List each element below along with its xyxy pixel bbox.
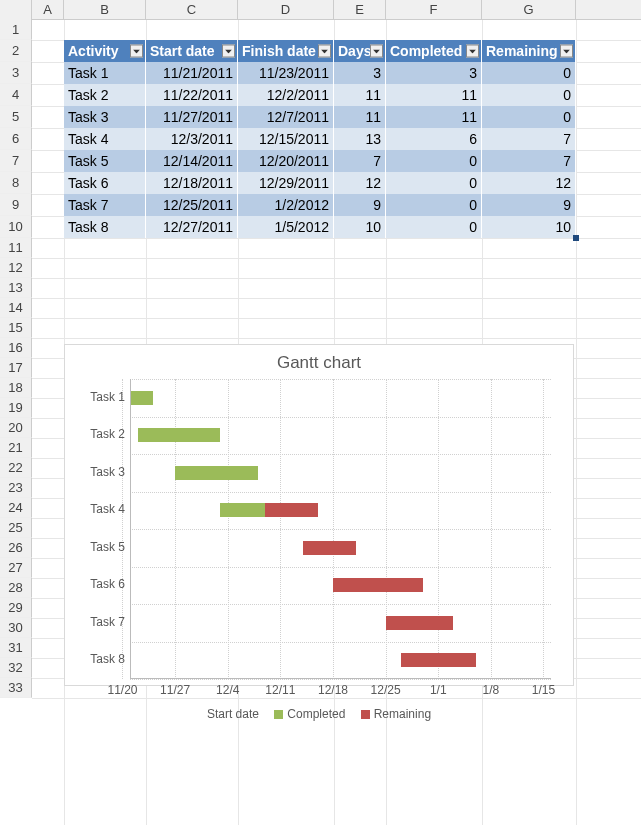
cell[interactable]: Task 6 bbox=[64, 172, 146, 194]
cell[interactable]: 0 bbox=[386, 194, 482, 216]
cell[interactable]: 12/20/2011 bbox=[238, 150, 334, 172]
row-header-17[interactable]: 17 bbox=[0, 358, 32, 378]
filter-dropdown-icon[interactable] bbox=[318, 45, 331, 58]
cell[interactable]: 7 bbox=[482, 128, 576, 150]
cell[interactable]: Task 4 bbox=[64, 128, 146, 150]
row-header-23[interactable]: 23 bbox=[0, 478, 32, 498]
gantt-chart[interactable]: Gantt chart Task 1Task 2Task 3Task 4Task… bbox=[64, 344, 574, 686]
row-header-8[interactable]: 8 bbox=[0, 172, 32, 194]
row-header-5[interactable]: 5 bbox=[0, 106, 32, 128]
cell[interactable]: 11 bbox=[334, 84, 386, 106]
row-header-22[interactable]: 22 bbox=[0, 458, 32, 478]
cell[interactable]: 12/2/2011 bbox=[238, 84, 334, 106]
cell[interactable]: 11/27/2011 bbox=[146, 106, 238, 128]
cell[interactable]: 12/14/2011 bbox=[146, 150, 238, 172]
table-header-finish-date[interactable]: Finish date bbox=[238, 40, 334, 62]
row-header-16[interactable]: 16 bbox=[0, 338, 32, 358]
cell[interactable]: 11/22/2011 bbox=[146, 84, 238, 106]
cell[interactable]: 11/21/2011 bbox=[146, 62, 238, 84]
row-header-14[interactable]: 14 bbox=[0, 298, 32, 318]
row-header-26[interactable]: 26 bbox=[0, 538, 32, 558]
table-header-completed[interactable]: Completed bbox=[386, 40, 482, 62]
row-header-13[interactable]: 13 bbox=[0, 278, 32, 298]
filter-dropdown-icon[interactable] bbox=[560, 45, 573, 58]
row-header-27[interactable]: 27 bbox=[0, 558, 32, 578]
filter-dropdown-icon[interactable] bbox=[466, 45, 479, 58]
row-header-29[interactable]: 29 bbox=[0, 598, 32, 618]
cell[interactable]: 12/15/2011 bbox=[238, 128, 334, 150]
cell[interactable]: 13 bbox=[334, 128, 386, 150]
row-header-4[interactable]: 4 bbox=[0, 84, 32, 106]
row-header-12[interactable]: 12 bbox=[0, 258, 32, 278]
cell[interactable]: Task 2 bbox=[64, 84, 146, 106]
cell[interactable]: 0 bbox=[482, 106, 576, 128]
row-header-32[interactable]: 32 bbox=[0, 658, 32, 678]
fill-handle[interactable] bbox=[573, 235, 579, 241]
row-header-11[interactable]: 11 bbox=[0, 238, 32, 258]
table-header-days[interactable]: Days bbox=[334, 40, 386, 62]
row-header-1[interactable]: 1 bbox=[0, 20, 32, 40]
cell[interactable]: 0 bbox=[386, 216, 482, 238]
cell[interactable]: 3 bbox=[386, 62, 482, 84]
cell[interactable]: Task 7 bbox=[64, 194, 146, 216]
filter-dropdown-icon[interactable] bbox=[130, 45, 143, 58]
cell[interactable]: 11/23/2011 bbox=[238, 62, 334, 84]
row-header-21[interactable]: 21 bbox=[0, 438, 32, 458]
row-header-19[interactable]: 19 bbox=[0, 398, 32, 418]
column-header-C[interactable]: C bbox=[146, 0, 238, 20]
cell[interactable]: 0 bbox=[482, 84, 576, 106]
cell[interactable]: 0 bbox=[386, 172, 482, 194]
cell[interactable]: Task 5 bbox=[64, 150, 146, 172]
cell[interactable]: 9 bbox=[482, 194, 576, 216]
cell[interactable]: 0 bbox=[386, 150, 482, 172]
column-header-D[interactable]: D bbox=[238, 0, 334, 20]
filter-dropdown-icon[interactable] bbox=[370, 45, 383, 58]
column-header-E[interactable]: E bbox=[334, 0, 386, 20]
cell[interactable]: Task 8 bbox=[64, 216, 146, 238]
table-header-remaining[interactable]: Remaining bbox=[482, 40, 576, 62]
cell[interactable]: Task 3 bbox=[64, 106, 146, 128]
row-header-7[interactable]: 7 bbox=[0, 150, 32, 172]
row-header-31[interactable]: 31 bbox=[0, 638, 32, 658]
row-header-9[interactable]: 9 bbox=[0, 194, 32, 216]
row-header-6[interactable]: 6 bbox=[0, 128, 32, 150]
cells-area[interactable]: ActivityStart dateFinish dateDaysComplet… bbox=[32, 20, 641, 825]
cell[interactable]: 12/29/2011 bbox=[238, 172, 334, 194]
cell[interactable]: 11 bbox=[386, 84, 482, 106]
row-header-33[interactable]: 33 bbox=[0, 678, 32, 698]
table-header-activity[interactable]: Activity bbox=[64, 40, 146, 62]
cell[interactable]: 12/7/2011 bbox=[238, 106, 334, 128]
row-header-2[interactable]: 2 bbox=[0, 40, 32, 62]
cell[interactable]: 11 bbox=[386, 106, 482, 128]
cell[interactable]: Task 1 bbox=[64, 62, 146, 84]
table-header-start-date[interactable]: Start date bbox=[146, 40, 238, 62]
cell[interactable]: 9 bbox=[334, 194, 386, 216]
column-header-B[interactable]: B bbox=[64, 0, 146, 20]
row-header-10[interactable]: 10 bbox=[0, 216, 32, 238]
select-all-corner[interactable] bbox=[0, 0, 32, 20]
cell[interactable]: 0 bbox=[482, 62, 576, 84]
cell[interactable]: 1/2/2012 bbox=[238, 194, 334, 216]
cell[interactable]: 12/27/2011 bbox=[146, 216, 238, 238]
row-header-30[interactable]: 30 bbox=[0, 618, 32, 638]
column-header-A[interactable]: A bbox=[32, 0, 64, 20]
cell[interactable]: 1/5/2012 bbox=[238, 216, 334, 238]
cell[interactable]: 12/25/2011 bbox=[146, 194, 238, 216]
row-header-18[interactable]: 18 bbox=[0, 378, 32, 398]
cell[interactable]: 7 bbox=[334, 150, 386, 172]
cell[interactable]: 3 bbox=[334, 62, 386, 84]
cell[interactable]: 7 bbox=[482, 150, 576, 172]
column-header-F[interactable]: F bbox=[386, 0, 482, 20]
row-header-20[interactable]: 20 bbox=[0, 418, 32, 438]
row-header-15[interactable]: 15 bbox=[0, 318, 32, 338]
cell[interactable]: 12 bbox=[334, 172, 386, 194]
cell[interactable]: 12/18/2011 bbox=[146, 172, 238, 194]
column-header-G[interactable]: G bbox=[482, 0, 576, 20]
cell[interactable]: 10 bbox=[482, 216, 576, 238]
row-header-25[interactable]: 25 bbox=[0, 518, 32, 538]
cell[interactable]: 6 bbox=[386, 128, 482, 150]
cell[interactable]: 12 bbox=[482, 172, 576, 194]
filter-dropdown-icon[interactable] bbox=[222, 45, 235, 58]
row-header-3[interactable]: 3 bbox=[0, 62, 32, 84]
cell[interactable]: 12/3/2011 bbox=[146, 128, 238, 150]
